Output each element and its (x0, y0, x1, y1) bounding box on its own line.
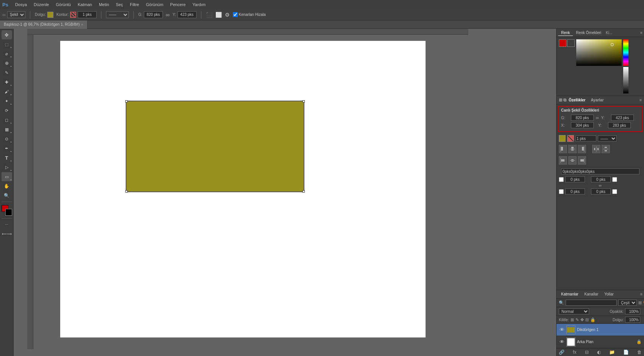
stroke-style-select[interactable]: —— (106, 11, 129, 18)
menu-yardim[interactable]: Yardım (189, 2, 209, 8)
tool-history-brush[interactable]: ⟳ (2, 106, 12, 115)
layer-item-1[interactable]: 👁 Arka Plan 🔒 (557, 336, 644, 348)
prop-icon-2[interactable]: ⧉ (563, 98, 566, 103)
tool-eraser[interactable]: ◻ ▸ (2, 115, 12, 124)
fill-input[interactable] (625, 317, 640, 323)
radius-bl-input[interactable] (565, 188, 585, 194)
tool-clone[interactable]: ✦ ▸ (2, 96, 12, 106)
tool-gradient[interactable]: ▦ ▸ (2, 125, 12, 134)
menu-metin[interactable]: Metin (96, 2, 112, 8)
stroke-width-input[interactable] (78, 11, 97, 18)
menu-sec[interactable]: Seç (113, 2, 126, 8)
lock-paint-icon[interactable]: ✎ (575, 317, 579, 322)
distribute-btn-2[interactable] (602, 145, 610, 153)
align-edges-checkbox[interactable] (233, 12, 238, 17)
blend-mode-select[interactable]: Normal (559, 308, 589, 314)
handle-tr[interactable] (303, 100, 305, 103)
background-color[interactable] (5, 209, 12, 216)
link-layers-icon[interactable]: 🔗 (559, 350, 564, 355)
color-saturation-gradient[interactable] (576, 39, 622, 66)
stroke-width-prop[interactable] (575, 135, 596, 141)
tool-dodge[interactable]: ⊙ ▸ (2, 134, 12, 143)
settings-tab[interactable]: Ayarlar (591, 98, 603, 102)
align-btn-ml[interactable] (559, 156, 567, 165)
align-left-btn[interactable]: ⬛ (206, 12, 212, 17)
background-swatch[interactable] (567, 39, 575, 47)
menu-gorunum[interactable]: Görünüm (143, 2, 166, 8)
shape-width-input[interactable] (571, 115, 594, 121)
stroke-style-prop[interactable]: —— (598, 135, 617, 141)
tool-hand[interactable]: ✋ (2, 182, 12, 191)
layers-tab[interactable]: Katmanlar (558, 291, 582, 297)
layers-search-input[interactable] (566, 300, 617, 306)
fill-swatch[interactable] (47, 12, 53, 18)
settings-btn[interactable]: ⚙ (225, 12, 230, 17)
prop-icon-1[interactable]: ⊞ (559, 98, 562, 103)
align-btn-tl[interactable] (559, 145, 567, 153)
menu-goruntu[interactable]: Görüntü (53, 2, 74, 8)
shape-x-input[interactable] (571, 122, 594, 128)
add-mask-icon[interactable]: ⊟ (585, 350, 589, 355)
document-tab[interactable]: Başlıksız-1 @ 66,7% (Dikdörtgen 1, RGB/8… (0, 20, 87, 29)
tab-close-btn[interactable]: × (81, 23, 83, 26)
lock-artboard-icon[interactable]: ⊟ (585, 317, 589, 322)
tool-heal[interactable]: ✚ ▸ (2, 78, 12, 87)
link-radius-icon[interactable]: ∞ (599, 183, 602, 188)
ki-tab[interactable]: Ki... (606, 31, 612, 35)
tool-path-select[interactable]: ▷ ▸ (2, 163, 12, 172)
color-panel-collapse[interactable]: ≡ (640, 31, 642, 35)
properties-collapse[interactable]: ≡ (639, 98, 642, 102)
width-input[interactable] (144, 11, 163, 18)
paths-tab[interactable]: Yollar (601, 291, 617, 297)
tool-pen[interactable]: ✒ ▸ (2, 144, 12, 153)
layers-filter-select[interactable]: Çeşit (618, 300, 637, 306)
menu-filtre[interactable]: Filtre (127, 2, 142, 8)
menu-katman[interactable]: Katman (75, 2, 95, 8)
layers-collapse[interactable]: ≡ (640, 292, 642, 296)
layer-item-0[interactable]: 👁 Dikdörtgen 1 (557, 324, 644, 336)
tool-extra2[interactable]: ⟵⟶ (2, 229, 12, 238)
height-input[interactable] (178, 11, 196, 18)
shape-height-input[interactable] (611, 115, 634, 121)
menu-duzenle[interactable]: Düzenle (31, 2, 52, 8)
hue-strip[interactable] (623, 39, 628, 66)
tool-move[interactable]: ✥ (2, 30, 12, 39)
menu-dosya[interactable]: Dosya (12, 2, 30, 8)
stroke-color-swatch[interactable] (567, 135, 574, 142)
handle-tl[interactable] (125, 100, 128, 103)
align-btn-tr[interactable] (578, 145, 586, 153)
handle-bl[interactable] (125, 190, 128, 193)
shape-type-select[interactable]: Şekil (7, 11, 25, 18)
layers-kind-icon[interactable]: ⊞ (638, 300, 642, 305)
radius-tl-input[interactable] (565, 176, 585, 182)
foreground-swatch[interactable] (559, 39, 566, 47)
link-dimensions-icon[interactable]: ∞ (166, 12, 170, 18)
padding-input[interactable] (561, 168, 639, 174)
align-center-btn[interactable]: ⬜ (215, 12, 222, 17)
properties-tab[interactable]: Özellikler (569, 98, 585, 102)
color-samples-tab[interactable]: Renk Örnekleri (573, 30, 604, 36)
delete-layer-icon[interactable]: 🗑 (637, 350, 642, 355)
shape-rectangle[interactable] (126, 101, 304, 192)
new-group-icon[interactable]: 📁 (609, 350, 615, 355)
tool-type[interactable]: T ▸ (2, 153, 12, 162)
tool-eyedropper[interactable]: ✎ (2, 68, 12, 77)
lock-move-icon[interactable]: ✥ (580, 317, 584, 322)
tool-extra1[interactable]: ··· (2, 220, 12, 229)
radius-lock-3[interactable] (559, 189, 564, 194)
lock-transparent-icon[interactable]: ⊞ (571, 317, 574, 322)
radius-lock-2[interactable] (612, 177, 617, 182)
layer-visibility-1[interactable]: 👁 (559, 339, 565, 345)
tool-color-swatches[interactable] (2, 205, 12, 216)
channels-tab[interactable]: Kanallar (582, 291, 602, 297)
link-wh-icon[interactable]: ∞ (596, 115, 599, 120)
radius-lock-4[interactable] (612, 189, 617, 194)
tool-brush[interactable]: 🖌 ▸ (2, 87, 12, 96)
layer-fx-icon[interactable]: fx (573, 350, 576, 355)
color-tab[interactable]: Renk (558, 30, 573, 36)
opacity-strip[interactable] (623, 67, 628, 93)
radius-tr-input[interactable] (591, 176, 611, 182)
fill-color-swatch[interactable] (559, 135, 566, 142)
handle-br[interactable] (303, 190, 305, 193)
tool-selection[interactable]: ⬚ ▸ (2, 40, 12, 49)
